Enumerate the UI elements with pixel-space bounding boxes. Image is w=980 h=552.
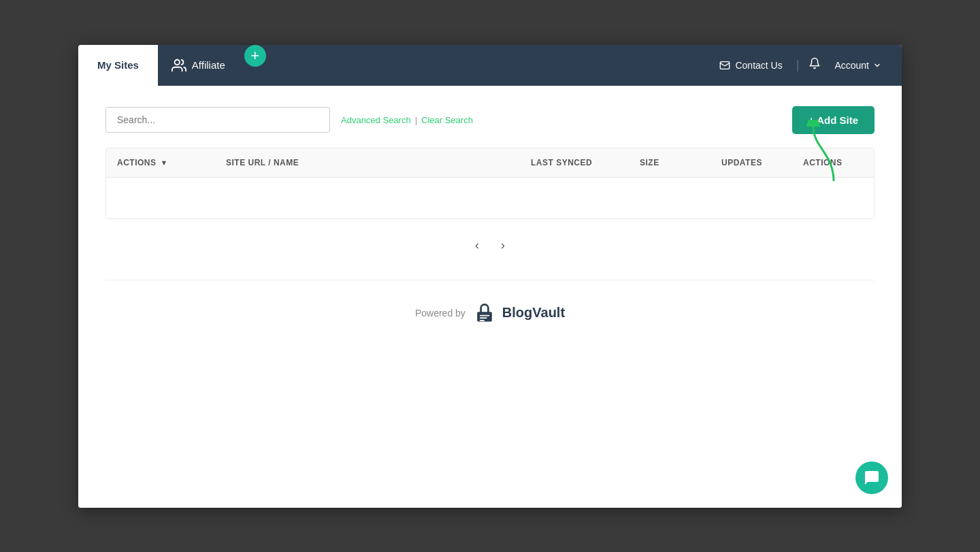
bulk-actions-label: ACTIONS: [117, 158, 157, 167]
pagination-next[interactable]: ›: [495, 236, 510, 255]
nav-left: My Sites Affiliate +: [78, 45, 266, 86]
nav-right: Contact Us | Account: [708, 57, 902, 73]
svg-rect-2: [477, 312, 492, 321]
blogvault-icon: [472, 301, 497, 325]
blogvault-logo: BlogVault: [472, 301, 565, 325]
clear-search-link[interactable]: Clear Search: [421, 115, 473, 125]
table-body: [106, 178, 874, 218]
advanced-search-link[interactable]: Advanced Search: [341, 115, 411, 125]
add-site-button[interactable]: + Add Site: [792, 106, 875, 134]
search-link-separator: |: [415, 115, 417, 125]
table-header-size: SIZE: [629, 148, 710, 177]
affiliate-label: Affiliate: [192, 59, 225, 71]
pagination-prev[interactable]: ‹: [470, 236, 485, 255]
table-header-bulk-actions[interactable]: ACTIONS ▼: [106, 148, 215, 177]
sites-table: ACTIONS ▼ SITE URL / NAME LAST SYNCED SI…: [105, 148, 875, 219]
navbar: My Sites Affiliate +: [78, 45, 902, 86]
svg-point-0: [174, 59, 179, 64]
svg-rect-5: [480, 319, 485, 321]
chat-button[interactable]: [855, 461, 888, 494]
account-menu[interactable]: Account: [828, 60, 888, 71]
add-new-button[interactable]: +: [244, 45, 266, 67]
svg-rect-3: [480, 314, 489, 316]
toolbar: Advanced Search | Clear Search + Add Sit…: [105, 106, 875, 134]
notification-bell[interactable]: [802, 57, 828, 73]
table-header-actions: ACTIONS: [792, 148, 874, 177]
nav-affiliate[interactable]: Affiliate: [158, 45, 239, 86]
svg-rect-1: [721, 61, 730, 69]
account-label: Account: [834, 60, 869, 71]
nav-my-sites[interactable]: My Sites: [78, 45, 158, 86]
my-sites-label: My Sites: [97, 59, 139, 71]
table-header-last-synced: LAST SYNCED: [520, 148, 629, 177]
footer: Powered by BlogVault: [105, 280, 875, 339]
actions-dropdown-icon: ▼: [161, 159, 168, 167]
main-content: Advanced Search | Clear Search + Add Sit…: [78, 86, 902, 508]
mail-icon: [719, 60, 730, 71]
search-input[interactable]: [105, 107, 330, 133]
contact-us-label: Contact Us: [735, 60, 782, 71]
main-wrapper: Advanced Search | Clear Search + Add Sit…: [78, 86, 902, 508]
bell-icon: [808, 57, 821, 69]
svg-rect-4: [480, 317, 487, 319]
affiliate-icon: [172, 58, 186, 73]
chevron-down-icon: [873, 61, 881, 69]
table-header-site-url: SITE URL / NAME: [215, 148, 520, 177]
table-header: ACTIONS ▼ SITE URL / NAME LAST SYNCED SI…: [106, 148, 874, 178]
nav-divider: |: [796, 58, 800, 72]
search-links: Advanced Search | Clear Search: [341, 115, 473, 125]
powered-by-text: Powered by: [415, 308, 466, 319]
chat-icon: [864, 470, 880, 486]
brand-name-text: BlogVault: [502, 305, 565, 321]
toolbar-left: Advanced Search | Clear Search: [105, 107, 473, 133]
contact-us-link[interactable]: Contact Us: [708, 60, 793, 71]
table-header-updates: UPDATES: [710, 148, 792, 177]
pagination: ‹ ›: [105, 219, 875, 266]
add-icon: +: [250, 48, 259, 63]
